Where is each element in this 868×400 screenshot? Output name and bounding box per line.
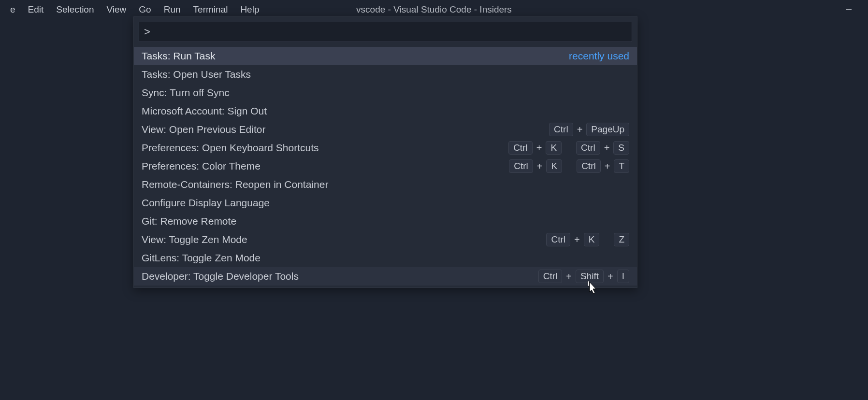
menu-run[interactable]: Run	[158, 2, 187, 17]
key: Ctrl	[538, 270, 563, 283]
minimize-button[interactable]	[839, 0, 858, 19]
command-item[interactable]: Git: Remove Remote	[134, 212, 637, 230]
key: Ctrl	[576, 141, 600, 155]
keybinding: Ctrl+K	[546, 233, 599, 246]
command-item[interactable]: Developer: Toggle Developer ToolsCtrl+Sh…	[134, 267, 637, 286]
command-item-label: Preferences: Open Keyboard Shortcuts	[142, 142, 319, 154]
menu-view[interactable]: View	[101, 2, 133, 17]
key: K	[546, 159, 562, 173]
key: PageUp	[586, 123, 629, 136]
command-item-label: Preferences: Color Theme	[142, 160, 260, 172]
key-plus: +	[565, 271, 573, 282]
key-plus: +	[573, 234, 581, 245]
keybinding: Ctrl+S	[576, 141, 629, 155]
command-input-wrap	[134, 17, 637, 45]
key: K	[546, 141, 562, 155]
command-item[interactable]: Sync: Turn off Sync	[134, 84, 637, 102]
menu-go[interactable]: Go	[132, 2, 157, 17]
command-item[interactable]: Microsoft Account: Sign Out	[134, 102, 637, 120]
command-item-label: View: Toggle Zen Mode	[142, 234, 247, 245]
menu-terminal[interactable]: Terminal	[187, 2, 234, 17]
command-item[interactable]: Tasks: Run Taskrecently used	[134, 47, 637, 65]
key-plus: +	[604, 161, 611, 172]
command-item-label: Git: Remove Remote	[142, 215, 236, 227]
key-plus: +	[536, 161, 544, 172]
key-plus: +	[607, 271, 614, 282]
key: Ctrl	[508, 141, 533, 155]
command-item-label: View: Open Previous Editor	[142, 124, 265, 135]
command-item-label: Sync: Turn off Sync	[142, 87, 230, 99]
keybinding: Ctrl+T	[577, 159, 629, 173]
command-item-label: GitLens: Toggle Zen Mode	[142, 252, 260, 264]
recently-used-label: recently used	[569, 50, 629, 62]
command-item-label: Tasks: Open User Tasks	[142, 69, 251, 80]
command-palette: Tasks: Run Taskrecently usedTasks: Open …	[133, 16, 637, 288]
key-plus: +	[603, 143, 611, 154]
key-plus: +	[535, 143, 543, 154]
menu-selection[interactable]: Selection	[50, 2, 100, 17]
command-item-label: Remote-Containers: Reopen in Container	[142, 179, 328, 190]
key-plus: +	[576, 124, 584, 135]
key: Shift	[576, 270, 604, 283]
command-item[interactable]: Tasks: Open User Tasks	[134, 65, 637, 84]
command-item[interactable]: Preferences: Open Keyboard ShortcutsCtrl…	[134, 139, 637, 157]
command-item-label: Tasks: Run Task	[142, 50, 216, 62]
command-item[interactable]: Preferences: Color ThemeCtrl+KCtrl+T	[134, 157, 637, 175]
keybinding: Ctrl+Shift+I	[538, 270, 629, 283]
key: Ctrl	[509, 159, 533, 173]
menu-e[interactable]: e	[4, 2, 22, 17]
keybinding: Ctrl+PageUp	[549, 123, 629, 136]
key: I	[617, 270, 629, 283]
command-item[interactable]: Configure Display Language	[134, 194, 637, 212]
command-item[interactable]: View: Open Previous EditorCtrl+PageUp	[134, 120, 637, 139]
key: S	[613, 141, 629, 155]
menu-edit[interactable]: Edit	[22, 2, 50, 17]
command-list: Tasks: Run Taskrecently usedTasks: Open …	[134, 45, 637, 287]
key: K	[584, 233, 600, 246]
command-input[interactable]	[139, 22, 632, 42]
key: T	[614, 159, 629, 173]
menu-help[interactable]: Help	[234, 2, 265, 17]
keybinding: Z	[614, 233, 629, 246]
window-controls	[839, 0, 868, 19]
key: Ctrl	[549, 123, 573, 136]
command-item[interactable]: Remote-Containers: Reopen in Container	[134, 175, 637, 194]
key: Z	[614, 233, 629, 246]
command-item[interactable]: View: Toggle Zen ModeCtrl+KZ	[134, 230, 637, 249]
keybinding: Ctrl+K	[509, 159, 562, 173]
keybinding: Ctrl+K	[508, 141, 562, 155]
command-item-label: Microsoft Account: Sign Out	[142, 105, 267, 117]
key: Ctrl	[577, 159, 601, 173]
key: Ctrl	[546, 233, 570, 246]
command-item-label: Developer: Toggle Developer Tools	[142, 271, 299, 282]
command-item[interactable]: GitLens: Toggle Zen Mode	[134, 249, 637, 267]
command-item-label: Configure Display Language	[142, 197, 270, 209]
window-title: vscode - Visual Studio Code - Insiders	[356, 4, 512, 15]
